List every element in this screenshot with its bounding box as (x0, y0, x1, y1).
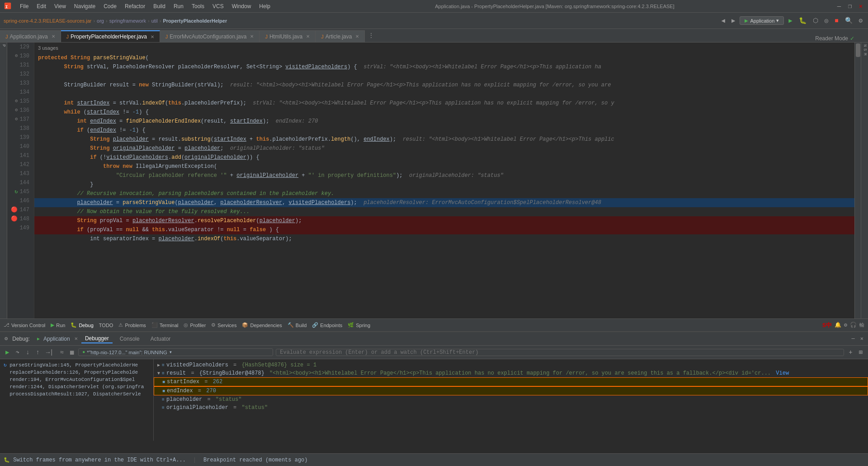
run-config-dropdown-icon[interactable]: ▾ (776, 18, 779, 24)
debug-minimize-icon[interactable]: — (851, 335, 856, 343)
breadcrumb-org[interactable]: org (97, 18, 104, 24)
tab-htmlutils[interactable]: J HtmlUtils.java ✕ (259, 30, 316, 42)
run-button[interactable]: ▶ (787, 16, 794, 25)
frame-item-4[interactable]: processDispatchResult:1027, DispatcherSe… (0, 390, 153, 398)
debug-settings-icon[interactable]: ⚙ (4, 334, 9, 343)
var-item-originalplaceholder[interactable]: ≡ originalPlaceholder = "status" (154, 404, 868, 412)
debug-session-close[interactable]: ✕ (75, 335, 78, 342)
more-tabs-button[interactable]: ⋮ (365, 32, 377, 39)
menu-file[interactable]: File (16, 2, 32, 10)
forward-button[interactable]: ▶ (730, 16, 737, 25)
var-item-visited[interactable]: ▶ ≡ visitedPlaceholders = {HashSet@4876}… (154, 361, 868, 369)
bottom-debug[interactable]: 🐛 Debug (71, 322, 93, 328)
var-item-startindex[interactable]: ■ startIndex = 262 (154, 377, 868, 386)
expand-icon[interactable]: ▼ (157, 371, 160, 376)
structure-icon[interactable]: S (863, 48, 867, 51)
frame-item-1[interactable]: replacePlaceholders:126, PropertyPlaceho… (0, 369, 153, 376)
bottom-problems[interactable]: ⚠ Problems (118, 322, 146, 328)
frame-item-2[interactable]: render:194, ErrorMvcAutoConfiguration$Sp… (0, 376, 153, 383)
menu-help[interactable]: Help (255, 2, 274, 10)
var-item-placeholder[interactable]: ≡ placeholder = "status" (154, 395, 868, 404)
debug-button[interactable]: 🐛 (797, 16, 808, 25)
eval-bar[interactable] (276, 349, 844, 356)
scrollbar-thumb[interactable] (856, 43, 860, 57)
resume-button[interactable]: ▶ (4, 347, 11, 357)
tab-close-icon[interactable]: ✕ (355, 34, 359, 39)
expand-icon[interactable]: ▶ (157, 362, 160, 368)
breadcrumb-util[interactable]: util (151, 18, 158, 24)
frame-item-0[interactable]: ↻ parseStringValue:145, PropertyPlacehol… (0, 361, 153, 369)
bottom-spring[interactable]: 🌿 Spring (348, 322, 370, 328)
bottom-dependencies[interactable]: 📦 Dependencies (242, 322, 282, 328)
coverage-button[interactable]: ⬡ (811, 16, 820, 25)
menu-window[interactable]: Window (228, 2, 255, 10)
bottom-todo[interactable]: TODO (99, 323, 113, 328)
maximize-button[interactable]: ❐ (846, 2, 854, 10)
tab-close-icon[interactable]: ✕ (250, 34, 254, 39)
menu-edit[interactable]: Edit (33, 2, 50, 10)
bottom-run[interactable]: ▶ Run (51, 322, 65, 328)
tab-article[interactable]: J Article.java ✕ (316, 30, 365, 42)
var-item-endindex[interactable]: ■ endIndex = 270 (154, 386, 868, 395)
tab-close-icon[interactable]: ✕ (52, 34, 55, 39)
menu-build[interactable]: Build (150, 2, 169, 10)
step-over-button[interactable]: ↷ (14, 347, 21, 357)
debug-tab-console[interactable]: Console (116, 335, 143, 343)
bottom-profiler[interactable]: ◎ Profiler (184, 322, 206, 328)
menu-run[interactable]: Run (170, 2, 187, 10)
menu-navigate[interactable]: Navigate (71, 2, 99, 10)
add-watch-icon[interactable]: + (847, 348, 854, 357)
breadcrumb-jar[interactable]: spring-core-4.2.3.RELEASE-sources.jar (4, 18, 91, 24)
run-to-cursor-button[interactable]: →| (44, 348, 56, 357)
run-config-selector[interactable]: ▶ Application ▾ (740, 16, 784, 25)
stop-button[interactable]: ■ (833, 16, 840, 25)
status-icon-headset[interactable]: 🎧 (850, 322, 857, 328)
reader-mode-button[interactable]: Reader Mode ✓ (815, 35, 854, 42)
menu-refactor[interactable]: Refactor (121, 2, 149, 10)
bottom-build[interactable]: 🔨 Build (288, 322, 307, 328)
frames-button[interactable]: ▦ (68, 347, 75, 357)
bookmark-icon[interactable]: M (863, 53, 867, 55)
status-icon-notify[interactable]: 🔔 (835, 322, 841, 328)
step-out-button[interactable]: ↑ (34, 348, 41, 357)
project-icon[interactable]: P (1, 44, 6, 47)
menu-vcs[interactable]: VCS (209, 2, 227, 10)
settings-icon[interactable]: ⚙ (857, 16, 864, 25)
search-icon[interactable]: 🔍 (843, 16, 854, 25)
tab-propertyplaceholderhelper[interactable]: J PropertyPlaceholderHelper.java ✕ (61, 30, 160, 42)
thread-filter-icon[interactable]: ▾ (169, 349, 172, 356)
debug-tab-debugger[interactable]: Debugger (81, 334, 113, 343)
breadcrumb-springframework[interactable]: springframework (109, 18, 146, 24)
status-icon-settings2[interactable]: ⚙ (844, 322, 847, 328)
bottom-services[interactable]: ⚙ Services (211, 322, 236, 328)
status-icon-s[interactable]: S中 (822, 321, 832, 329)
tab-errormvcautoconfiguration[interactable]: J ErrorMvcAutoConfiguration.java ✕ (160, 30, 260, 42)
editor-scrollbar[interactable] (854, 43, 861, 331)
notifications-icon[interactable]: N (863, 44, 867, 47)
menu-code[interactable]: Code (100, 2, 120, 10)
debug-session-name[interactable]: Application (43, 336, 70, 342)
code-editor[interactable]: 3 usages protected String parseStringVal… (34, 43, 854, 331)
tab-close-icon[interactable]: ✕ (306, 34, 310, 39)
eval-expression-input[interactable] (280, 349, 840, 356)
evaluate-button[interactable]: ≈ (58, 348, 66, 357)
tab-application-java[interactable]: J Application.java ✕ (0, 30, 61, 42)
close-button[interactable]: ✕ (857, 2, 864, 10)
bottom-terminal[interactable]: ⬛ Terminal (151, 322, 179, 328)
profile-button[interactable]: ◎ (823, 16, 830, 25)
thread-selector[interactable]: ● *"http-nio-127.0..." main": RUNNING ▾ (78, 348, 273, 356)
status-icon-ime[interactable]: 輸 (859, 322, 864, 328)
menu-view[interactable]: View (51, 2, 70, 10)
var-item-result[interactable]: ▼ ≡ result = {StringBuilder@4878} "<html… (154, 369, 868, 377)
menu-tools[interactable]: Tools (188, 2, 208, 10)
bottom-endpoints[interactable]: 🔗 Endpoints (312, 322, 342, 328)
frame-item-3[interactable]: render:1244, DispatcherServlet (org.spri… (0, 383, 153, 390)
bottom-version-control[interactable]: ⎇ Version Control (4, 322, 45, 328)
breadcrumb-class[interactable]: PropertyPlaceholderHelper (163, 18, 227, 24)
expand-debugger-icon[interactable]: ⊞ (857, 347, 864, 357)
view-link[interactable]: View (776, 370, 789, 376)
minimize-button[interactable]: — (835, 3, 843, 10)
back-button[interactable]: ◀ (720, 16, 727, 25)
debug-tab-actuator[interactable]: Actuator (147, 335, 175, 343)
debug-close-icon[interactable]: ✕ (859, 334, 864, 343)
